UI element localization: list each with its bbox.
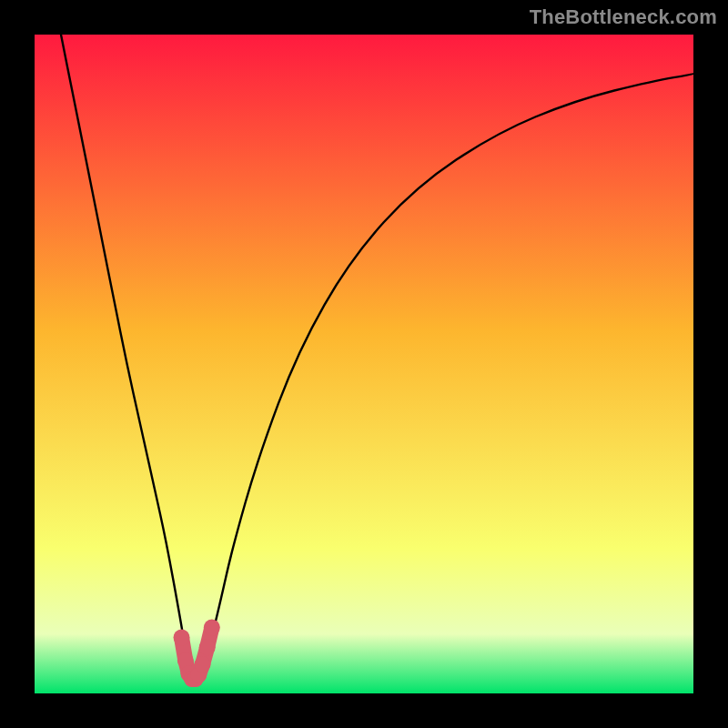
bottleneck-chart bbox=[35, 35, 693, 693]
outer-frame: TheBottleneck.com bbox=[0, 0, 728, 728]
marker-dot bbox=[195, 656, 211, 672]
marker-dot bbox=[204, 620, 220, 636]
gradient-background bbox=[35, 35, 693, 693]
marker-dot bbox=[174, 630, 190, 646]
marker-dot bbox=[199, 639, 216, 655]
watermark-text: TheBottleneck.com bbox=[530, 5, 717, 29]
